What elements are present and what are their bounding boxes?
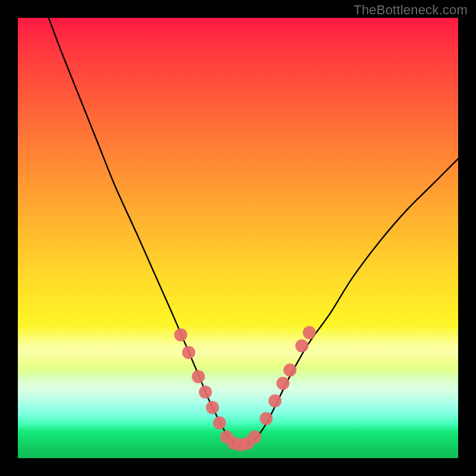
outer-frame: TheBottleneck.com: [0, 0, 476, 476]
data-markers: [174, 326, 316, 452]
watermark-text: TheBottleneck.com: [353, 2, 468, 18]
data-marker: [268, 394, 281, 408]
bottleneck-curve-line: [49, 18, 458, 446]
data-marker: [295, 339, 308, 352]
data-marker: [206, 401, 219, 414]
data-marker: [213, 416, 226, 430]
plot-area: [18, 18, 458, 458]
data-marker: [199, 386, 212, 399]
data-marker: [259, 412, 273, 425]
data-marker: [303, 326, 316, 339]
chart-svg: [18, 18, 458, 458]
data-marker: [182, 346, 195, 359]
data-marker: [248, 430, 261, 443]
data-marker: [174, 328, 187, 342]
data-marker: [276, 377, 289, 390]
data-marker: [283, 364, 296, 377]
data-marker: [192, 370, 205, 383]
